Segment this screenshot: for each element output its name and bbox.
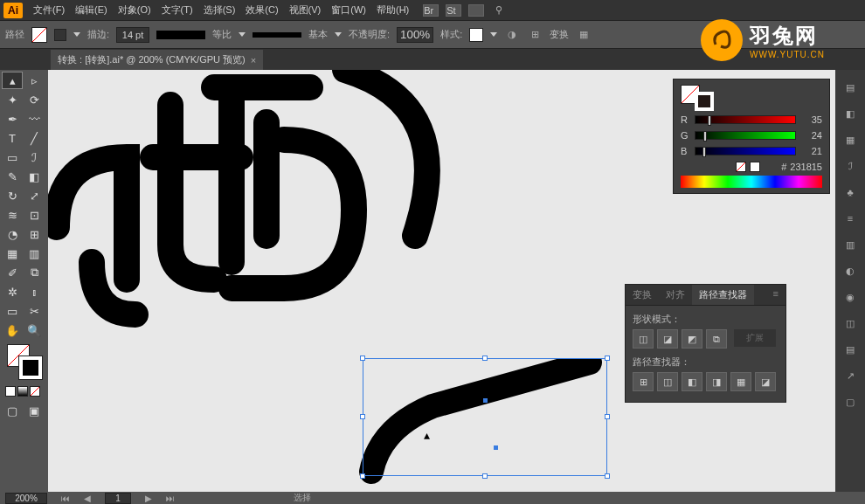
lasso-tool[interactable]: ⟳ <box>24 91 45 108</box>
artboard-tool[interactable]: ▭ <box>2 302 23 320</box>
brushes-icon[interactable]: ℐ <box>841 157 859 175</box>
white-swatch-icon[interactable] <box>750 162 760 172</box>
brush-dropdown-icon[interactable] <box>335 32 342 37</box>
expand-button[interactable]: 扩展 <box>734 329 776 347</box>
stock-icon[interactable]: St <box>446 4 461 17</box>
stroke-panel-icon[interactable]: ≡ <box>841 210 859 227</box>
gradient-tool[interactable]: ▥ <box>24 245 45 262</box>
scale-tool[interactable]: ⤢ <box>24 187 45 204</box>
stroke-indicator[interactable] <box>19 356 42 379</box>
color-mode-swatch[interactable] <box>5 386 16 397</box>
rotate-tool[interactable]: ↻ <box>2 187 23 204</box>
bbox-handle-br[interactable] <box>605 473 610 479</box>
anchor-point[interactable] <box>494 445 498 450</box>
stroke-width-input[interactable] <box>116 27 149 43</box>
stroke-color-swatch[interactable] <box>695 92 714 111</box>
eyedropper-tool[interactable]: ✐ <box>2 264 23 281</box>
artboards-icon[interactable]: ▢ <box>841 393 859 411</box>
asset-export-icon[interactable]: ↗ <box>841 367 859 384</box>
none-mode-swatch[interactable] <box>30 386 40 397</box>
tab-close-icon[interactable]: × <box>251 55 256 66</box>
selection-tool[interactable]: ▴ <box>2 72 23 89</box>
pen-tool[interactable]: ✒ <box>2 110 23 128</box>
pathfinder-panel[interactable]: 变换 对齐 路径查找器 ≡ 形状模式： ◫ ◪ ◩ ⧉ 扩展 路径查找器： ⊞ … <box>625 284 786 403</box>
menu-file[interactable]: 文件(F) <box>28 3 70 17</box>
selected-object[interactable]: ▴ <box>319 358 607 489</box>
magic-wand-tool[interactable]: ✦ <box>2 91 23 108</box>
transparency-icon[interactable]: ◐ <box>841 262 859 280</box>
bbox-handle-tr[interactable] <box>605 356 610 361</box>
hex-value[interactable]: 231815 <box>790 162 822 172</box>
mesh-tool[interactable]: ▦ <box>2 245 23 262</box>
tab-pathfinder[interactable]: 路径查找器 <box>692 285 754 305</box>
fill-swatch[interactable] <box>31 27 47 43</box>
line-segment-tool[interactable]: ╱ <box>24 129 45 147</box>
rectangle-tool[interactable]: ▭ <box>2 148 23 166</box>
tab-transform[interactable]: 变换 <box>626 285 659 305</box>
profile-dropdown-icon[interactable] <box>239 32 246 37</box>
align-icon[interactable]: ⊞ <box>527 27 543 43</box>
symbols-icon[interactable]: ♣ <box>841 183 859 201</box>
shape-builder-tool[interactable]: ◔ <box>2 225 23 243</box>
outline-button[interactable]: ▦ <box>730 372 751 391</box>
zoom-tool[interactable]: 🔍 <box>24 321 45 339</box>
swatches-icon[interactable]: ▦ <box>841 131 859 148</box>
gradient-panel-icon[interactable]: ▥ <box>841 236 859 253</box>
transform-label[interactable]: 变换 <box>550 28 569 41</box>
gradient-mode-swatch[interactable] <box>17 386 28 397</box>
style-dropdown-icon[interactable] <box>490 32 497 37</box>
document-tab[interactable]: 转换 : [转换].ai* @ 200% (CMYK/GPU 预览) × <box>51 50 263 70</box>
layers-icon[interactable]: ▤ <box>841 341 859 358</box>
minus-front-button[interactable]: ◪ <box>657 329 678 349</box>
fill-stroke-indicator[interactable] <box>2 344 46 383</box>
screen-mode-full[interactable]: ▣ <box>24 402 45 419</box>
width-tool[interactable]: ≋ <box>2 206 23 224</box>
stroke-swatch-box[interactable] <box>54 29 66 41</box>
menu-type[interactable]: 文字(T) <box>156 3 198 17</box>
menu-help[interactable]: 帮助(H) <box>371 3 414 17</box>
search-icon[interactable]: ⚲ <box>491 3 507 18</box>
unite-button[interactable]: ◫ <box>633 329 654 349</box>
arrange-icon[interactable] <box>468 4 484 17</box>
crop-button[interactable]: ◨ <box>706 372 727 391</box>
intersect-button[interactable]: ◩ <box>682 329 702 349</box>
opacity-input[interactable] <box>397 27 433 43</box>
screen-mode-normal[interactable]: ▢ <box>2 402 23 419</box>
appearance-icon[interactable]: ◉ <box>841 288 859 306</box>
style-thumbnail[interactable] <box>469 28 483 42</box>
divide-button[interactable]: ⊞ <box>633 372 654 391</box>
color-guide-icon[interactable]: ◧ <box>841 105 859 122</box>
graphic-styles-icon[interactable]: ◫ <box>841 314 859 332</box>
swatch-dropdown-icon[interactable] <box>73 32 80 37</box>
g-slider[interactable] <box>695 131 796 140</box>
perspective-grid-tool[interactable]: ⊞ <box>24 225 45 243</box>
menu-edit[interactable]: 编辑(E) <box>70 3 113 17</box>
menu-object[interactable]: 对象(O) <box>113 3 156 17</box>
stroke-profile-preview[interactable] <box>156 31 205 39</box>
properties-panel-icon[interactable]: ▤ <box>841 79 859 96</box>
nav-next-icon[interactable]: ▶ <box>145 494 152 503</box>
symbol-sprayer-tool[interactable]: ✲ <box>2 283 23 300</box>
hand-tool[interactable]: ✋ <box>2 321 23 339</box>
zoom-input[interactable] <box>5 493 47 504</box>
bridge-icon[interactable]: Br <box>423 4 439 17</box>
exclude-button[interactable]: ⧉ <box>706 329 727 349</box>
eraser-tool[interactable]: ◧ <box>24 168 45 185</box>
bbox-handle-bc[interactable] <box>482 473 488 479</box>
tab-align[interactable]: 对齐 <box>659 285 692 305</box>
bbox-handle-tl[interactable] <box>360 356 365 361</box>
spectrum-bar[interactable] <box>681 176 822 188</box>
paintbrush-tool[interactable]: ℐ <box>24 148 45 166</box>
merge-button[interactable]: ◧ <box>682 372 702 391</box>
b-slider[interactable] <box>695 147 796 155</box>
column-graph-tool[interactable]: ⫾ <box>24 283 45 300</box>
nav-last-icon[interactable]: ⏭ <box>166 494 175 503</box>
recolor-icon[interactable]: ◑ <box>504 27 520 43</box>
isolate-icon[interactable]: ▦ <box>576 27 592 43</box>
menu-window[interactable]: 窗口(W) <box>326 3 371 17</box>
bbox-handle-mr[interactable] <box>605 414 610 419</box>
minus-back-button[interactable]: ◪ <box>755 372 776 391</box>
bbox-handle-bl[interactable] <box>360 473 365 479</box>
type-tool[interactable]: T <box>2 129 23 147</box>
curvature-tool[interactable]: 〰 <box>24 110 45 128</box>
